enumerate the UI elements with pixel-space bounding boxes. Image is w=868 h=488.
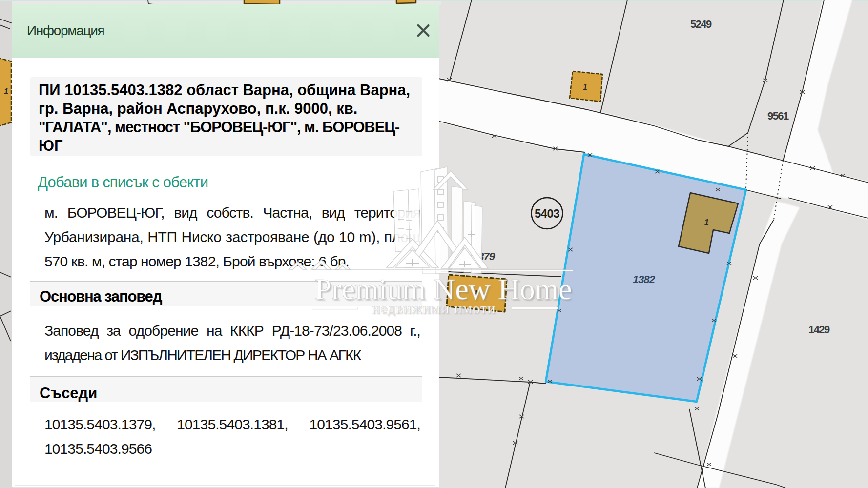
svg-text:1: 1	[4, 87, 8, 96]
svg-text:1382: 1382	[633, 273, 656, 285]
svg-text:1: 1	[704, 218, 709, 226]
svg-text:9561: 9561	[767, 110, 789, 122]
svg-text:5249: 5249	[690, 18, 712, 30]
svg-text:1: 1	[474, 289, 478, 298]
svg-text:1379: 1379	[473, 250, 496, 263]
svg-text:1: 1	[583, 83, 587, 91]
svg-text:5403: 5403	[535, 207, 559, 220]
svg-text:1429: 1429	[808, 324, 830, 336]
